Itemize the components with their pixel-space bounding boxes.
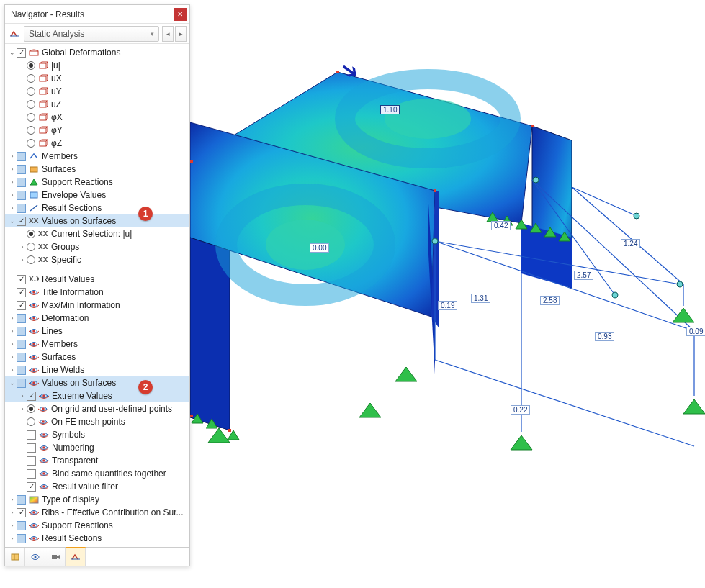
nav-next-button[interactable]: ▸ bbox=[175, 26, 187, 42]
expand-arrow-icon[interactable]: › bbox=[8, 315, 17, 322]
tree-row[interactable]: ›Surfaces bbox=[5, 350, 189, 363]
checkbox[interactable] bbox=[27, 469, 36, 479]
checkbox[interactable] bbox=[27, 430, 36, 440]
radio[interactable] bbox=[27, 113, 35, 122]
tree-row[interactable]: ›Support Reactions bbox=[5, 519, 189, 532]
tree-row[interactable]: ·uY bbox=[5, 85, 189, 98]
tree-row[interactable]: ›Lines bbox=[5, 325, 189, 338]
tab-camera[interactable] bbox=[45, 548, 66, 566]
tree-row[interactable]: ·Transparent bbox=[5, 454, 189, 467]
tree-row[interactable]: ›Envelope Values bbox=[5, 189, 189, 202]
analysis-dropdown[interactable]: Static Analysis bbox=[24, 26, 159, 42]
expand-arrow-icon[interactable]: ⌄ bbox=[8, 49, 17, 56]
tree-row[interactable]: ›Extreme Values bbox=[5, 389, 189, 402]
radio[interactable] bbox=[27, 100, 35, 109]
expand-arrow-icon[interactable]: › bbox=[8, 191, 17, 199]
checkbox[interactable] bbox=[17, 314, 26, 323]
tab-navigator[interactable] bbox=[5, 548, 25, 566]
tree-row[interactable]: ·φZ bbox=[5, 137, 189, 150]
tree-row[interactable]: ›Result Sections bbox=[5, 202, 189, 214]
model-viewport[interactable]: ➔ 1.100.000.422.571.240.191.312.580.930.… bbox=[190, 0, 705, 588]
tree-row[interactable]: ·On FE mesh points bbox=[5, 415, 189, 428]
nav-prev-button[interactable]: ◂ bbox=[162, 26, 174, 42]
tree-row[interactable]: ·Max/Min Information bbox=[5, 299, 189, 312]
tree-row[interactable]: ›Groups bbox=[5, 240, 189, 253]
tree-row[interactable]: ·Result value filter bbox=[5, 480, 189, 493]
tab-views[interactable] bbox=[25, 548, 45, 566]
tree-row[interactable]: ›Specific bbox=[5, 253, 189, 266]
tree-row[interactable]: ·uZ bbox=[5, 98, 189, 111]
checkbox[interactable] bbox=[17, 379, 26, 388]
tree-row[interactable]: ›On grid and user-defined points bbox=[5, 402, 189, 415]
tree-row[interactable]: ·Current Selection: |u| bbox=[5, 227, 189, 240]
radio[interactable] bbox=[27, 255, 35, 264]
expand-arrow-icon[interactable]: › bbox=[8, 522, 17, 529]
radio[interactable] bbox=[27, 126, 35, 135]
checkbox[interactable] bbox=[17, 534, 26, 543]
expand-arrow-icon[interactable]: › bbox=[8, 204, 17, 212]
tree-row[interactable]: ·uX bbox=[5, 72, 189, 85]
checkbox[interactable] bbox=[17, 48, 26, 58]
checkbox[interactable] bbox=[17, 178, 26, 187]
expand-arrow-icon[interactable]: ⌄ bbox=[8, 379, 17, 386]
radio[interactable] bbox=[27, 230, 35, 238]
expand-arrow-icon[interactable]: › bbox=[8, 340, 17, 348]
tree-row[interactable]: ›Surfaces bbox=[5, 163, 189, 176]
tree-row[interactable]: ⌄Values on Surfaces bbox=[5, 376, 189, 389]
checkbox[interactable] bbox=[17, 495, 26, 505]
checkbox[interactable] bbox=[17, 327, 26, 336]
checkbox[interactable] bbox=[17, 204, 26, 213]
expand-arrow-icon[interactable]: ⌄ bbox=[8, 217, 17, 225]
tree-row[interactable]: ·Numbering bbox=[5, 441, 189, 454]
expand-arrow-icon[interactable]: › bbox=[18, 392, 27, 399]
tree-row[interactable]: ·Bind same quantities together bbox=[5, 467, 189, 480]
checkbox[interactable] bbox=[17, 165, 26, 174]
checkbox[interactable] bbox=[17, 521, 26, 530]
radio[interactable] bbox=[27, 404, 35, 413]
tree-row[interactable]: ⌄Global Deformations bbox=[5, 46, 189, 59]
radio[interactable] bbox=[27, 417, 35, 426]
tree-row[interactable]: ·|u| bbox=[5, 59, 189, 72]
checkbox[interactable] bbox=[27, 443, 36, 453]
tree-row[interactable]: ›Members bbox=[5, 150, 189, 163]
checkbox[interactable] bbox=[17, 217, 26, 226]
expand-arrow-icon[interactable]: › bbox=[8, 153, 17, 160]
checkbox[interactable] bbox=[27, 392, 36, 401]
checkbox[interactable] bbox=[17, 353, 26, 362]
tree-row[interactable]: ›Members bbox=[5, 338, 189, 350]
expand-arrow-icon[interactable]: › bbox=[18, 405, 27, 412]
checkbox[interactable] bbox=[17, 275, 26, 284]
tree-row[interactable]: ⌄Values on Surfaces bbox=[5, 214, 189, 227]
expand-arrow-icon[interactable]: › bbox=[8, 509, 17, 516]
radio[interactable] bbox=[27, 243, 35, 251]
tree-row[interactable]: ›Type of display bbox=[5, 493, 189, 506]
expand-arrow-icon[interactable]: › bbox=[8, 166, 17, 173]
tab-results[interactable] bbox=[66, 547, 86, 566]
checkbox[interactable] bbox=[17, 508, 26, 517]
expand-arrow-icon[interactable]: › bbox=[18, 243, 27, 250]
checkbox[interactable] bbox=[17, 152, 26, 161]
checkbox[interactable] bbox=[27, 482, 36, 492]
checkbox[interactable] bbox=[17, 288, 26, 297]
tree-row[interactable]: ·Result Values bbox=[5, 273, 189, 286]
expand-arrow-icon[interactable]: › bbox=[8, 496, 17, 503]
tree-row[interactable]: ·Symbols bbox=[5, 428, 189, 441]
tree-row[interactable]: ›Deformation bbox=[5, 312, 189, 325]
expand-arrow-icon[interactable]: › bbox=[18, 256, 27, 263]
tree-row[interactable]: ·Title Information bbox=[5, 286, 189, 299]
tree-row[interactable]: ·φY bbox=[5, 124, 189, 137]
tree-row[interactable]: ›Result Sections bbox=[5, 532, 189, 545]
tree-row[interactable]: ›Ribs - Effective Contribution on Sur... bbox=[5, 506, 189, 519]
checkbox[interactable] bbox=[17, 301, 26, 310]
expand-arrow-icon[interactable]: › bbox=[8, 535, 17, 542]
tree-row[interactable]: ›Line Welds bbox=[5, 363, 189, 376]
radio[interactable] bbox=[27, 139, 35, 148]
expand-arrow-icon[interactable]: › bbox=[8, 353, 17, 361]
expand-arrow-icon[interactable]: › bbox=[8, 178, 17, 186]
radio[interactable] bbox=[27, 87, 35, 96]
tree-row[interactable]: ›Support Reactions bbox=[5, 176, 189, 189]
tree-row[interactable]: ·φX bbox=[5, 111, 189, 124]
checkbox[interactable] bbox=[17, 191, 26, 200]
radio[interactable] bbox=[27, 74, 35, 83]
expand-arrow-icon[interactable]: › bbox=[8, 327, 17, 335]
